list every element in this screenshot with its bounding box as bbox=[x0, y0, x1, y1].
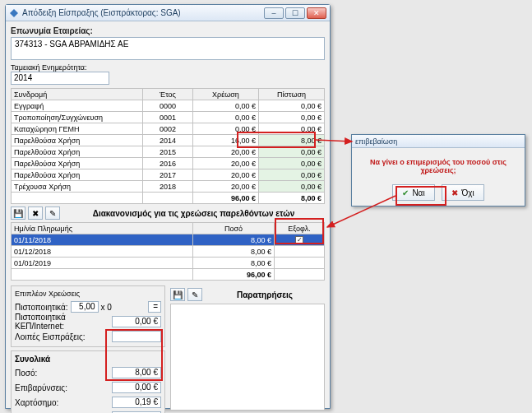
col-paid[interactable]: Εξοφλ. bbox=[275, 223, 325, 234]
kep-label: Πιστοποιητικά KEΠ/Internet: bbox=[15, 313, 109, 331]
cert-eq[interactable]: = bbox=[148, 301, 161, 313]
settlement-table: Ημ/νία Πληρωμής Ποσό Εξοφλ. 01/11/20188,… bbox=[11, 222, 325, 281]
dues-header-row: Συνδρομή Έτος Χρέωση Πίστωση bbox=[12, 89, 325, 100]
svg-marker-0 bbox=[10, 9, 18, 17]
epib-label: Επιβαρύνσεις: bbox=[15, 383, 109, 392]
table-row[interactable]: Καταχώρηση ΓΕΜΗ00020,00 €0,00 € bbox=[12, 123, 325, 135]
window-title: Απόδειξη Είσπραξης (Εισπράκτορας: SGA) bbox=[22, 8, 264, 17]
cancel-icon: ✖ bbox=[451, 188, 458, 197]
settlement-total: 96,00 € bbox=[192, 269, 274, 281]
delete-icon-button[interactable]: ✖ bbox=[28, 206, 43, 220]
totals-panel: Συνολικά Ποσό:8,00 € Επιβαρύνσεις:0,00 €… bbox=[11, 350, 165, 413]
check-icon: ✔ bbox=[402, 188, 409, 197]
edit-icon-button[interactable]: ✎ bbox=[45, 206, 60, 220]
cert-label: Πιστοποιητικά: bbox=[15, 303, 68, 312]
remarks-area[interactable] bbox=[170, 304, 325, 411]
dues-total-debit: 96,00 € bbox=[192, 193, 258, 204]
no-button[interactable]: ✖Όχι bbox=[442, 184, 484, 201]
cert-qty[interactable]: 5,00 bbox=[71, 301, 99, 313]
table-row[interactable]: Παρελθούσα Χρήση201720,00 €0,00 € bbox=[12, 169, 325, 181]
table-row[interactable]: Παρελθούσα Χρήση201620,00 €0,00 € bbox=[12, 158, 325, 169]
remarks-edit-icon[interactable]: ✎ bbox=[187, 288, 202, 301]
col-year[interactable]: Έτος bbox=[143, 89, 193, 100]
yes-button[interactable]: ✔Ναι bbox=[392, 184, 435, 201]
other-value[interactable] bbox=[112, 331, 161, 342]
epib-value: 0,00 € bbox=[112, 382, 161, 393]
table-row[interactable]: 01/11/20188,00 € bbox=[12, 234, 325, 246]
extra-title: Επιπλέον Χρεώσεις bbox=[15, 290, 161, 298]
tameio-label: Ταμειακή Ενημερότητα: bbox=[11, 63, 325, 72]
poso-label: Ποσό: bbox=[15, 369, 109, 378]
close-button[interactable]: ✕ bbox=[307, 7, 326, 19]
col-date[interactable]: Ημ/νία Πληρωμής bbox=[12, 223, 193, 234]
kep-value[interactable]: 0,00 € bbox=[112, 316, 161, 327]
dues-total-row: 96,00 € 8,00 € bbox=[12, 193, 325, 204]
poso-value: 8,00 € bbox=[112, 367, 161, 378]
table-row[interactable]: Τροποποίηση/Συγχώνευση00010,00 €0,00 € bbox=[12, 112, 325, 123]
dialog-title: επιβεβαίωση bbox=[355, 137, 521, 146]
company-field[interactable]: 374313 - SGA ΑΒΡΑΜΙΔΗΣ ΑΕ bbox=[11, 37, 325, 60]
table-row[interactable]: Παρελθούσα Χρήση201520,00 €0,00 € bbox=[12, 146, 325, 158]
maximize-button[interactable]: ☐ bbox=[285, 7, 305, 19]
settlement-title: Διακανονισμός για τις χρεώσεις παρελθόντ… bbox=[62, 209, 325, 218]
extra-charges-panel: Επιπλέον Χρεώσεις Πιστοποιητικά: 5,00 x … bbox=[11, 285, 165, 347]
table-row[interactable]: 01/01/20198,00 € bbox=[12, 258, 325, 269]
settlement-header-row: Ημ/νία Πληρωμής Ποσό Εξοφλ. bbox=[12, 223, 325, 234]
dialog-text: Να γίνει ο επιμερισμός του ποσού στις χρ… bbox=[357, 158, 520, 174]
minimize-button[interactable]: – bbox=[264, 7, 284, 19]
xart-value: 0,19 € bbox=[112, 397, 161, 408]
dues-table: Συνδρομή Έτος Χρέωση Πίστωση Εγγραφή0000… bbox=[11, 88, 325, 204]
dues-total-credit: 8,00 € bbox=[258, 193, 324, 204]
col-credit[interactable]: Πίστωση bbox=[258, 89, 324, 100]
col-amount[interactable]: Ποσό bbox=[192, 223, 274, 234]
tameio-field[interactable]: 2014 bbox=[11, 72, 109, 85]
table-row[interactable]: Τρέχουσα Χρήση201820,00 €0,00 € bbox=[12, 181, 325, 193]
col-sub[interactable]: Συνδρομή bbox=[12, 89, 143, 100]
col-debit[interactable]: Χρέωση bbox=[192, 89, 258, 100]
other-label: Λοιπές Εισπράξεις: bbox=[15, 332, 109, 341]
company-label: Επωνυμία Εταιρείας: bbox=[11, 26, 325, 35]
cert-mul: x 0 bbox=[101, 303, 112, 312]
save-icon-button[interactable]: 💾 bbox=[11, 206, 25, 220]
receipt-window: Απόδειξη Είσπραξης (Εισπράκτορας: SGA) –… bbox=[5, 4, 331, 409]
confirm-dialog: επιβεβαίωση Να γίνει ο επιμερισμός του π… bbox=[351, 134, 525, 206]
remarks-title: Παρατηρήσεις bbox=[205, 290, 325, 299]
totals-title: Συνολικά bbox=[15, 355, 161, 364]
checkbox-checked-icon[interactable] bbox=[295, 236, 303, 244]
settlement-total-row: 96,00 € bbox=[12, 269, 325, 281]
table-row[interactable]: Παρελθούσα Χρήση201416,00 €8,00 € bbox=[12, 135, 325, 146]
app-icon bbox=[9, 8, 19, 18]
xart-label: Χαρτόσημο: bbox=[15, 398, 109, 407]
table-row[interactable]: 01/12/20188,00 € bbox=[12, 246, 325, 258]
titlebar[interactable]: Απόδειξη Είσπραξης (Εισπράκτορας: SGA) –… bbox=[6, 5, 330, 21]
table-row[interactable]: Εγγραφή00000,00 €0,00 € bbox=[12, 100, 325, 112]
remarks-save-icon[interactable]: 💾 bbox=[170, 288, 185, 301]
